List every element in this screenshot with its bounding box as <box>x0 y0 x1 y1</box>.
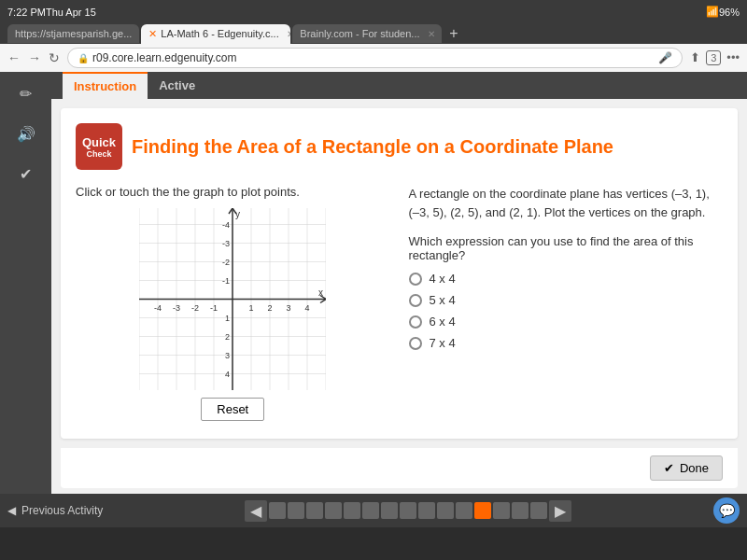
left-column: Click or touch the the graph to plot poi… <box>76 185 390 421</box>
progress-dots: ◀ ▶ <box>245 500 571 522</box>
reset-button-wrap: Reset <box>201 398 264 421</box>
dot-3[interactable] <box>306 502 323 519</box>
back-button[interactable]: ← <box>7 50 21 65</box>
browser-tabs: https://stjamesparish.ge... ✕ LA-Math 6 … <box>7 23 740 44</box>
tab-active[interactable]: Active <box>148 73 206 98</box>
badge-quick: Quick <box>82 135 116 149</box>
tab-brainly[interactable]: Brainly.com - For studen... ✕ <box>292 24 442 43</box>
dot-4[interactable] <box>325 502 342 519</box>
url-input[interactable]: 🔒 r09.core.learn.edgenuity.com 🎤 <box>67 48 683 68</box>
prev-activity-label: Previous Activity <box>21 504 103 517</box>
problem-description: A rectangle on the coordinate plane has … <box>409 185 724 221</box>
option-4x4[interactable]: 4 x 4 <box>409 272 724 286</box>
address-bar: ← → ↻ 🔒 r09.core.learn.edgenuity.com 🎤 ⬆… <box>0 44 747 72</box>
previous-activity-button[interactable]: ◀ Previous Activity <box>7 504 103 517</box>
radio-5x4[interactable] <box>409 294 422 307</box>
radio-6x4[interactable] <box>409 315 422 329</box>
dot-15[interactable] <box>530 502 547 519</box>
tab-stjames[interactable]: https://stjamesparish.ge... <box>7 24 139 43</box>
share-icon[interactable]: ⬆ <box>690 50 700 65</box>
quick-check-card: Quick Check Finding the Area of a Rectan… <box>61 108 738 439</box>
wifi-icon: 📶 <box>706 6 719 18</box>
chat-button[interactable]: 💬 <box>713 497 740 524</box>
reload-button[interactable]: ↻ <box>49 50 60 65</box>
quick-check-badge: Quick Check <box>76 123 122 170</box>
dot-13[interactable] <box>493 502 510 519</box>
option-6x4[interactable]: 6 x 4 <box>409 315 724 329</box>
browser-chrome: 7:22 PM Thu Apr 15 📶 96% https://stjames… <box>0 0 747 44</box>
forward-button[interactable]: → <box>28 50 41 65</box>
dot-2[interactable] <box>288 502 304 519</box>
question-text: Which expression can you use to find the… <box>409 234 724 262</box>
url-text: r09.core.learn.edgenuity.com <box>92 51 655 64</box>
coordinate-grid-canvas[interactable] <box>139 208 326 390</box>
dot-11[interactable] <box>456 502 472 519</box>
tab-close-brainly-icon[interactable]: ✕ <box>428 29 435 39</box>
main-panel: Instruction Active Quick Check Finding t… <box>51 72 747 494</box>
tab-label-edgenuity: LA-Math 6 - Edgenuity.c... <box>161 28 278 39</box>
tab-x-icon: ✕ <box>148 28 157 40</box>
dot-7[interactable] <box>381 502 398 519</box>
tabs-count-icon[interactable]: 3 <box>706 50 721 65</box>
audio-icon[interactable]: 🔊 <box>11 119 41 148</box>
dot-9[interactable] <box>418 502 435 519</box>
right-column: A rectangle on the coordinate plane has … <box>409 185 724 421</box>
done-button[interactable]: ✔ Done <box>650 455 723 481</box>
dot-current[interactable] <box>474 502 491 519</box>
option-4x4-label: 4 x 4 <box>430 272 456 286</box>
option-6x4-label: 6 x 4 <box>430 315 456 329</box>
browser-top-bar: 7:22 PM Thu Apr 15 📶 96% <box>7 6 740 18</box>
card-header: Quick Check Finding the Area of a Rectan… <box>76 123 723 170</box>
left-sidebar: ✏ 🔊 ✔ <box>0 72 51 494</box>
dot-8[interactable] <box>400 502 416 519</box>
dots-right-arrow[interactable]: ▶ <box>549 500 571 522</box>
option-7x4-label: 7 x 4 <box>430 336 456 350</box>
option-7x4[interactable]: 7 x 4 <box>409 336 724 350</box>
date-display: Thu Apr 15 <box>46 7 96 18</box>
option-5x4-label: 5 x 4 <box>430 293 456 307</box>
pencil-icon[interactable]: ✏ <box>14 79 37 108</box>
radio-4x4[interactable] <box>409 273 422 286</box>
grid-container: Reset <box>76 208 390 421</box>
radio-7x4[interactable] <box>409 337 422 350</box>
prev-arrow-icon: ◀ <box>7 504 16 517</box>
tab-label-brainly: Brainly.com - For studen... <box>300 28 419 39</box>
answer-options: 4 x 4 5 x 4 6 x 4 7 x 4 <box>409 272 724 350</box>
tab-edgenuity[interactable]: ✕ LA-Math 6 - Edgenuity.c... ✕ <box>141 24 290 44</box>
chat-icon: 💬 <box>719 503 735 518</box>
dot-6[interactable] <box>362 502 379 519</box>
dot-1[interactable] <box>269 502 286 519</box>
option-5x4[interactable]: 5 x 4 <box>409 293 724 307</box>
dot-14[interactable] <box>512 502 529 519</box>
browser-action-icons: ⬆ 3 ••• <box>690 50 740 65</box>
plot-instruction-text: Click or touch the the graph to plot poi… <box>76 185 390 199</box>
done-area: ✔ Done <box>61 448 738 488</box>
battery-display: 96% <box>719 7 740 18</box>
menu-icon[interactable]: ••• <box>726 50 740 65</box>
new-tab-button[interactable]: + <box>444 23 463 44</box>
card-title: Finding the Area of a Rectangle on a Coo… <box>132 136 613 158</box>
coordinate-grid-wrap[interactable] <box>139 208 326 390</box>
dots-left-arrow[interactable]: ◀ <box>245 500 267 522</box>
tab-close-icon[interactable]: ✕ <box>287 29 291 39</box>
checkmark-icon: ✔ <box>664 461 674 475</box>
reset-button[interactable]: Reset <box>201 398 264 421</box>
done-label: Done <box>680 461 709 475</box>
dot-5[interactable] <box>344 502 360 519</box>
lock-icon: 🔒 <box>78 53 89 63</box>
dot-10[interactable] <box>437 502 454 519</box>
clock-display: 7:22 PM <box>7 7 46 18</box>
bottom-bar: ◀ Previous Activity ◀ ▶ 💬 <box>0 494 747 527</box>
badge-check: Check <box>86 149 111 159</box>
tab-instruction[interactable]: Instruction <box>63 72 148 99</box>
tab-label: https://stjamesparish.ge... <box>15 28 132 39</box>
mic-icon: 🎤 <box>658 51 672 64</box>
check-icon[interactable]: ✔ <box>14 160 37 189</box>
card-body: Click or touch the the graph to plot poi… <box>76 185 723 421</box>
instruction-tabs: Instruction Active <box>51 72 747 99</box>
content-area: ✏ 🔊 ✔ Instruction Active Quick Check Fin… <box>0 72 747 494</box>
